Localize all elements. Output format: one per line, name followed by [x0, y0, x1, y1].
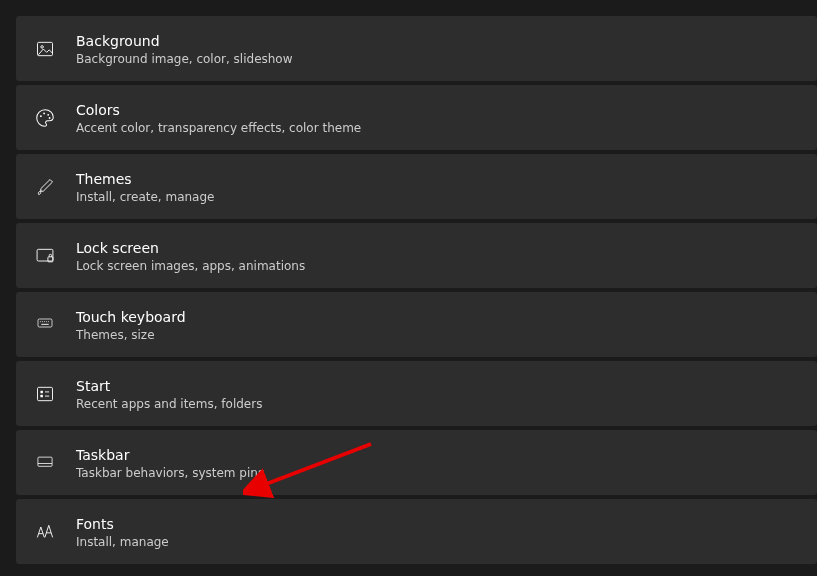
setting-subtitle: Themes, size	[76, 327, 186, 343]
paintbrush-icon	[32, 174, 58, 200]
setting-title: Background	[76, 32, 293, 50]
setting-title: Touch keyboard	[76, 308, 186, 326]
setting-title: Themes	[76, 170, 214, 188]
setting-row-text: Fonts Install, manage	[76, 515, 169, 550]
setting-title: Start	[76, 377, 262, 395]
setting-title: Taskbar	[76, 446, 264, 464]
setting-title: Lock screen	[76, 239, 305, 257]
svg-rect-15	[38, 387, 53, 400]
setting-row-text: Themes Install, create, manage	[76, 170, 214, 205]
setting-row-text: Lock screen Lock screen images, apps, an…	[76, 239, 305, 274]
setting-title: Fonts	[76, 515, 169, 533]
svg-rect-17	[40, 395, 43, 398]
fonts-icon	[32, 519, 58, 545]
setting-subtitle: Lock screen images, apps, animations	[76, 258, 305, 274]
setting-row-text: Taskbar Taskbar behaviors, system pins	[76, 446, 264, 481]
setting-row-text: Background Background image, color, slid…	[76, 32, 293, 67]
setting-row-text: Touch keyboard Themes, size	[76, 308, 186, 343]
setting-subtitle: Accent color, transparency effects, colo…	[76, 120, 361, 136]
setting-row-themes[interactable]: Themes Install, create, manage	[16, 154, 817, 219]
setting-row-start[interactable]: Start Recent apps and items, folders	[16, 361, 817, 426]
setting-row-fonts[interactable]: Fonts Install, manage	[16, 499, 817, 564]
setting-subtitle: Install, manage	[76, 534, 169, 550]
setting-row-touch-keyboard[interactable]: Touch keyboard Themes, size	[16, 292, 817, 357]
svg-point-2	[40, 115, 42, 117]
start-icon	[32, 381, 58, 407]
setting-row-text: Start Recent apps and items, folders	[76, 377, 262, 412]
setting-subtitle: Background image, color, slideshow	[76, 51, 293, 67]
svg-point-1	[41, 46, 44, 49]
setting-title: Colors	[76, 101, 361, 119]
setting-row-background[interactable]: Background Background image, color, slid…	[16, 16, 817, 81]
keyboard-icon	[32, 312, 58, 338]
image-icon	[32, 36, 58, 62]
setting-row-text: Colors Accent color, transparency effect…	[76, 101, 361, 136]
setting-subtitle: Install, create, manage	[76, 189, 214, 205]
setting-subtitle: Taskbar behaviors, system pins	[76, 465, 264, 481]
svg-point-4	[47, 114, 49, 116]
svg-rect-16	[40, 391, 43, 394]
taskbar-icon	[32, 450, 58, 476]
lock-screen-icon	[32, 243, 58, 269]
svg-point-3	[43, 113, 45, 115]
palette-icon	[32, 105, 58, 131]
svg-rect-20	[38, 457, 52, 466]
setting-row-colors[interactable]: Colors Accent color, transparency effect…	[16, 85, 817, 150]
setting-subtitle: Recent apps and items, folders	[76, 396, 262, 412]
svg-rect-6	[37, 249, 53, 261]
setting-row-taskbar[interactable]: Taskbar Taskbar behaviors, system pins	[16, 430, 817, 495]
svg-point-5	[49, 117, 51, 119]
personalization-settings-list: Background Background image, color, slid…	[0, 0, 817, 564]
svg-rect-8	[38, 319, 52, 327]
setting-row-lock-screen[interactable]: Lock screen Lock screen images, apps, an…	[16, 223, 817, 288]
